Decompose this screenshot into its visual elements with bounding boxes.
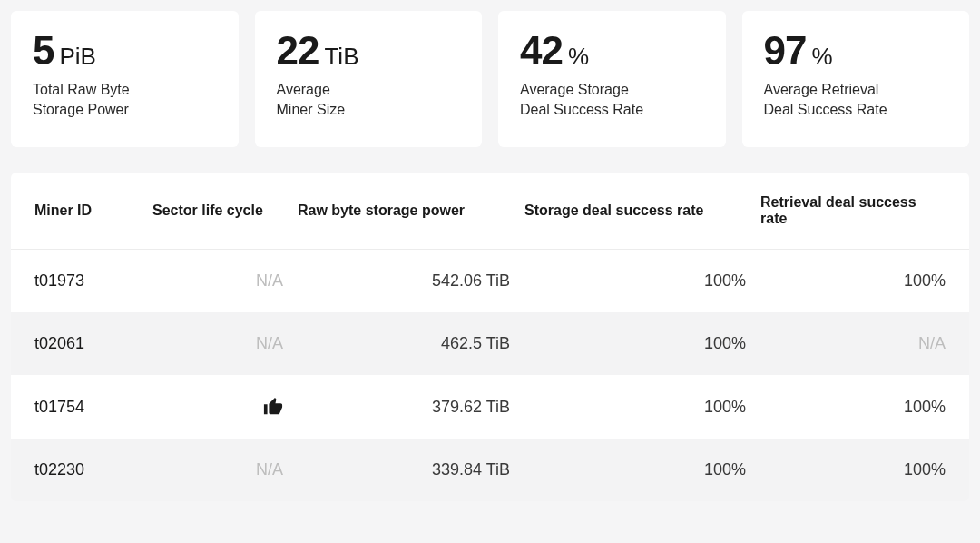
stat-value: 97 [764, 31, 807, 71]
stat-unit: PiB [59, 44, 95, 68]
table-row[interactable]: t01754379.62 TiB100%100% [11, 375, 969, 439]
stat-value-row: 5 PiB [33, 31, 217, 71]
stat-label: Average Storage Deal Success Rate [520, 80, 704, 119]
stat-label: Total Raw Byte Storage Power [33, 80, 217, 119]
stat-unit: % [811, 44, 832, 68]
stat-label: Average Retrieval Deal Success Rate [764, 80, 948, 119]
cell-raw-power: 379.62 TiB [298, 398, 524, 417]
col-header-sector-life[interactable]: Sector life cycle [152, 202, 298, 219]
cell-raw-power: 542.06 TiB [298, 272, 524, 291]
cell-storage-rate: 100% [524, 334, 760, 353]
cell-miner-id: t01754 [34, 398, 152, 417]
stat-card-avg-storage-rate: 42 % Average Storage Deal Success Rate [498, 11, 726, 147]
cell-storage-rate: 100% [524, 460, 760, 479]
cell-retrieval-rate: 100% [760, 272, 946, 291]
table-header-row: Miner ID Sector life cycle Raw byte stor… [11, 173, 969, 250]
dashboard-page: 5 PiB Total Raw Byte Storage Power 22 Ti… [0, 0, 980, 501]
cell-miner-id: t02230 [34, 460, 152, 479]
cell-retrieval-rate: N/A [760, 334, 946, 353]
table-row[interactable]: t02230N/A339.84 TiB100%100% [11, 439, 969, 501]
cell-retrieval-rate: 100% [760, 460, 946, 479]
stat-value: 42 [520, 31, 563, 71]
cell-sector-life [152, 397, 298, 417]
stat-card-avg-retrieval-rate: 97 % Average Retrieval Deal Success Rate [742, 11, 970, 147]
cell-raw-power: 339.84 TiB [298, 460, 524, 479]
miners-table: Miner ID Sector life cycle Raw byte stor… [11, 173, 969, 501]
col-header-raw-power[interactable]: Raw byte storage power [298, 202, 524, 219]
stat-value: 5 [33, 31, 54, 71]
cell-storage-rate: 100% [524, 398, 760, 417]
stat-value-row: 97 % [764, 31, 948, 71]
stat-card-avg-miner-size: 22 TiB Average Miner Size [255, 11, 483, 147]
cell-sector-life: N/A [152, 460, 298, 479]
table-row[interactable]: t02061N/A462.5 TiB100%N/A [11, 312, 969, 375]
stat-value-row: 42 % [520, 31, 704, 71]
cell-sector-life: N/A [152, 334, 298, 353]
cell-retrieval-rate: 100% [760, 398, 946, 417]
cell-sector-life: N/A [152, 272, 298, 291]
cell-miner-id: t02061 [34, 334, 152, 353]
cell-raw-power: 462.5 TiB [298, 334, 524, 353]
stat-unit: % [568, 44, 589, 68]
cell-miner-id: t01973 [34, 272, 152, 291]
thumb-up-icon [263, 397, 283, 417]
stat-value: 22 [277, 31, 319, 71]
table-body: t01973N/A542.06 TiB100%100%t02061N/A462.… [11, 250, 969, 501]
table-row[interactable]: t01973N/A542.06 TiB100%100% [11, 250, 969, 312]
stat-value-row: 22 TiB [277, 31, 461, 71]
stat-label: Average Miner Size [277, 80, 461, 119]
stats-row: 5 PiB Total Raw Byte Storage Power 22 Ti… [11, 11, 969, 147]
stat-unit: TiB [324, 44, 358, 68]
col-header-storage-rate[interactable]: Storage deal success rate [524, 202, 760, 219]
cell-storage-rate: 100% [524, 272, 760, 291]
col-header-miner-id[interactable]: Miner ID [34, 202, 152, 219]
col-header-retrieval-rate[interactable]: Retrieval deal success rate [760, 194, 946, 227]
stat-card-total-raw-byte: 5 PiB Total Raw Byte Storage Power [11, 11, 239, 147]
